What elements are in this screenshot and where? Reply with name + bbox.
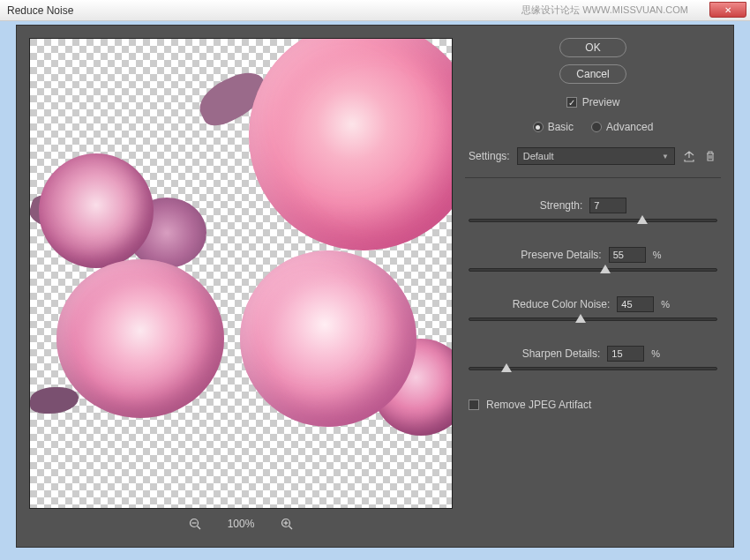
- strength-param: Strength: 7: [469, 198, 717, 222]
- zoom-out-icon: [189, 518, 201, 530]
- preserve-details-slider[interactable]: [469, 268, 717, 272]
- advanced-radio-label: Advanced: [606, 121, 653, 133]
- radio-icon: [533, 122, 544, 132]
- preview-checkbox-row: ✓ Preview: [465, 96, 721, 108]
- watermark-text: 思缘设计论坛 WWW.MISSVUAN.COM: [521, 4, 688, 17]
- leaf-decoration: [30, 387, 79, 414]
- zoom-controls: 100%: [29, 518, 453, 530]
- ok-button[interactable]: OK: [559, 38, 626, 57]
- preserve-details-input[interactable]: 55: [609, 247, 646, 263]
- reduce-color-noise-label: Reduce Color Noise:: [513, 298, 611, 310]
- svg-line-1: [197, 526, 200, 530]
- reduce-color-noise-param: Reduce Color Noise: 45 %: [469, 296, 717, 321]
- sharpen-details-slider[interactable]: [469, 367, 717, 370]
- zoom-out-button[interactable]: [189, 518, 201, 530]
- mode-radio-group: Basic Advanced: [465, 121, 721, 133]
- strength-label: Strength:: [540, 199, 583, 212]
- reduce-color-noise-input[interactable]: 45: [617, 296, 654, 312]
- jpeg-artifact-row: Remove JPEG Artifact: [465, 399, 721, 411]
- rose-decoration: [39, 153, 154, 268]
- strength-input[interactable]: 7: [589, 198, 626, 213]
- reduce-color-noise-slider[interactable]: [469, 317, 717, 321]
- settings-dropdown[interactable]: Default ▼: [517, 147, 675, 165]
- settings-value: Default: [523, 151, 554, 161]
- window-title: Reduce Noise: [7, 4, 73, 17]
- slider-thumb[interactable]: [637, 215, 648, 224]
- rose-decoration: [240, 250, 416, 427]
- slider-thumb[interactable]: [501, 363, 512, 372]
- sharpen-details-param: Sharpen Details: 15 %: [469, 346, 717, 370]
- rose-decoration: [56, 259, 224, 418]
- reduce-color-noise-unit: %: [661, 299, 673, 310]
- svg-line-4: [289, 526, 293, 530]
- preview-checkbox-label: Preview: [582, 96, 620, 108]
- sharpen-details-unit: %: [651, 348, 664, 359]
- preview-content: [30, 39, 452, 508]
- dialog-window: Reduce Noise 思缘设计论坛 WWW.MISSVUAN.COM ✕: [0, 0, 750, 560]
- titlebar[interactable]: Reduce Noise 思缘设计论坛 WWW.MISSVUAN.COM ✕: [0, 0, 750, 21]
- zoom-in-icon: [281, 518, 293, 530]
- save-preset-button[interactable]: [682, 149, 696, 163]
- preview-panel: 100%: [29, 38, 453, 534]
- save-preset-icon: [683, 150, 695, 162]
- rose-decoration: [249, 38, 453, 250]
- zoom-level[interactable]: 100%: [228, 518, 255, 530]
- preserve-details-unit: %: [653, 250, 665, 260]
- delete-preset-button[interactable]: [703, 149, 717, 163]
- cancel-button[interactable]: Cancel: [559, 64, 626, 84]
- close-button[interactable]: ✕: [709, 2, 746, 18]
- strength-slider[interactable]: [469, 219, 717, 222]
- settings-row: Settings: Default ▼: [465, 147, 721, 178]
- zoom-in-button[interactable]: [281, 518, 293, 530]
- sharpen-details-input[interactable]: 15: [607, 346, 644, 362]
- dialog-body: 100% OK Cancel ✓ Preview Basic: [16, 25, 734, 548]
- basic-radio[interactable]: Basic: [533, 121, 574, 133]
- settings-label: Settings:: [469, 150, 510, 162]
- jpeg-artifact-checkbox[interactable]: [469, 399, 479, 410]
- jpeg-artifact-label: Remove JPEG Artifact: [486, 399, 591, 411]
- preserve-details-param: Preserve Details: 55 %: [469, 247, 717, 272]
- preserve-details-label: Preserve Details:: [521, 249, 601, 261]
- basic-radio-label: Basic: [548, 121, 574, 133]
- action-buttons: OK Cancel: [465, 38, 721, 84]
- preview-checkbox[interactable]: ✓: [566, 97, 577, 108]
- sliders-group: Strength: 7 Preserve Details: 55 %: [465, 198, 721, 395]
- sharpen-details-label: Sharpen Details:: [522, 347, 601, 360]
- preview-image[interactable]: [29, 38, 453, 509]
- radio-icon: [591, 122, 602, 132]
- slider-thumb[interactable]: [600, 265, 611, 273]
- slider-thumb[interactable]: [575, 314, 586, 323]
- controls-panel: OK Cancel ✓ Preview Basic Advanced Setti…: [465, 38, 721, 534]
- trash-icon: [704, 150, 716, 162]
- close-icon: ✕: [724, 5, 731, 15]
- chevron-down-icon: ▼: [662, 153, 669, 161]
- advanced-radio[interactable]: Advanced: [591, 121, 653, 133]
